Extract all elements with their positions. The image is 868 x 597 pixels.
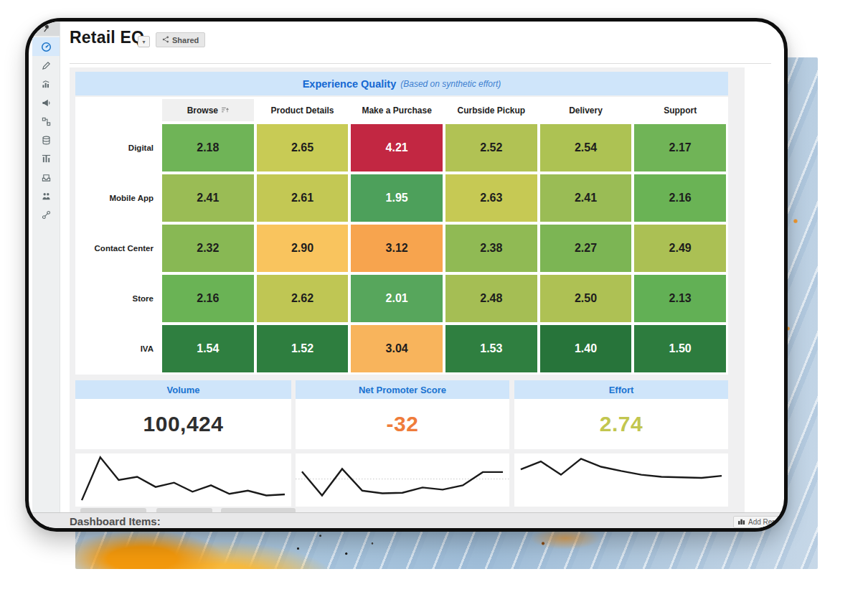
row-label-mobile-app: Mobile App [77, 174, 159, 222]
heatmap-cell[interactable]: 2.49 [634, 225, 726, 272]
sparkline-effort [514, 453, 728, 507]
experience-quality-header: Experience Quality (Based on synthetic e… [75, 72, 728, 95]
heatmap-cell[interactable]: 2.63 [445, 174, 537, 222]
link-nodes-icon[interactable] [32, 207, 60, 222]
heatmap-cell[interactable]: 2.13 [634, 275, 726, 322]
heatmap-cell[interactable]: 2.90 [257, 225, 349, 272]
column-header-support[interactable]: Support [634, 99, 726, 121]
heatmap-cell[interactable]: 2.32 [162, 225, 254, 272]
page: { "window": { "title": "Retail EQ", "sha… [0, 0, 868, 597]
dashboard-gauge-icon[interactable] [32, 39, 60, 55]
row-label-digital: Digital [77, 124, 159, 171]
inbox-tray-icon[interactable] [32, 169, 60, 185]
shared-button[interactable]: Shared [156, 32, 205, 47]
heatmap-cell[interactable]: 2.18 [162, 124, 254, 171]
heatmap-corner [77, 99, 159, 121]
column-header-label: Browse [187, 105, 218, 116]
share-icon [162, 36, 169, 44]
sparkline-nps [296, 453, 509, 507]
column-header-label: Support [664, 105, 697, 116]
column-header-product-details[interactable]: Product Details [257, 99, 349, 121]
kpi-value: -32 [296, 399, 509, 449]
megaphone-icon[interactable] [32, 95, 60, 111]
page-title: Retail EQ [70, 28, 144, 47]
heatmap-cell[interactable]: 2.61 [257, 174, 349, 222]
row-label-contact-center: Contact Center [77, 225, 159, 272]
heatmap-cell[interactable]: 2.65 [257, 124, 349, 171]
heatmap-cell[interactable]: 1.40 [540, 325, 632, 372]
heatmap-cell[interactable]: 2.50 [540, 275, 632, 322]
column-header-delivery[interactable]: Delivery [540, 99, 632, 121]
heatmap-cell[interactable]: 2.41 [162, 174, 254, 222]
kpi-card-net-promoter-score: Net Promoter Score-32 [296, 380, 509, 449]
column-header-browse[interactable]: Browse [162, 99, 254, 121]
heatmap-cell[interactable]: 2.27 [540, 225, 632, 272]
column-header-label: Product Details [270, 105, 334, 116]
report-chart-icon[interactable] [32, 76, 60, 92]
heatmap-cell[interactable]: 2.41 [540, 174, 632, 222]
column-header-curbside-pickup[interactable]: Curbside Pickup [445, 99, 537, 121]
bottom-bar: Dashboard Items: Add Report Ele [29, 512, 784, 530]
heatmap-cell[interactable]: 1.95 [351, 174, 443, 222]
eq-subtitle: (Based on synthetic effort) [400, 79, 501, 89]
row-label-store: Store [77, 275, 159, 322]
heatmap-cell[interactable]: 2.52 [445, 124, 537, 171]
heatmap-cell[interactable]: 1.52 [257, 325, 349, 372]
heatmap-cell[interactable]: 2.54 [540, 124, 632, 171]
header-divider [70, 63, 771, 64]
kpi-label: Net Promoter Score [296, 380, 509, 399]
sparkline-volume [75, 453, 291, 507]
sort-icon [222, 105, 229, 116]
heatmap-cell[interactable]: 4.21 [351, 124, 443, 171]
heatmap-grid: BrowseProduct DetailsMake a PurchaseCurb… [75, 97, 728, 375]
columns-chart-icon[interactable] [32, 151, 60, 166]
heatmap-cell[interactable]: 2.01 [351, 275, 443, 322]
kpi-value: 100,424 [75, 399, 291, 449]
dashboard-items-label: Dashboard Items: [70, 515, 161, 527]
organization-icon[interactable] [32, 188, 60, 204]
dashboard-canvas: Experience Quality (Based on synthetic e… [70, 67, 745, 512]
kpi-card-volume: Volume100,424 [75, 380, 291, 449]
kpi-card-effort: Effort2.74 [514, 380, 728, 449]
app-window: Retail EQ ▾ Shared Experience Quality (B… [25, 18, 788, 532]
pencil-edit-icon[interactable] [32, 57, 60, 73]
kpi-label: Effort [514, 380, 728, 399]
heatmap-cell[interactable]: 1.50 [634, 325, 726, 372]
database-icon[interactable] [32, 132, 60, 148]
shared-label: Shared [172, 36, 199, 44]
heatmap-cell[interactable]: 2.17 [634, 124, 726, 171]
heatmap-cell[interactable]: 2.38 [445, 225, 537, 272]
row-label-iva: IVA [77, 325, 159, 372]
kpi-value: 2.74 [514, 399, 728, 449]
sidebar [32, 22, 60, 512]
column-header-label: Curbside Pickup [457, 105, 525, 116]
heatmap-cell[interactable]: 2.16 [634, 174, 726, 222]
column-header-label: Make a Purchase [362, 105, 431, 116]
heatmap-cell[interactable]: 2.62 [257, 275, 349, 322]
column-header-label: Delivery [569, 105, 603, 116]
column-header-make-a-purchase[interactable]: Make a Purchase [351, 99, 443, 121]
heatmap-cell[interactable]: 3.04 [351, 325, 443, 372]
kpi-label: Volume [75, 380, 291, 399]
heatmap-cell[interactable]: 1.54 [162, 325, 254, 372]
report-chart-small-icon [738, 518, 745, 526]
heatmap-cell[interactable]: 2.16 [162, 275, 254, 322]
pin-icon[interactable] [32, 20, 60, 36]
heatmap-cell[interactable]: 1.53 [445, 325, 537, 372]
title-dropdown-caret[interactable]: ▾ [138, 36, 150, 47]
heatmap-cell[interactable]: 3.12 [351, 225, 443, 272]
heatmap-cell[interactable]: 2.48 [445, 275, 537, 322]
workflow-icon[interactable] [32, 113, 60, 129]
eq-title: Experience Quality [303, 78, 397, 90]
